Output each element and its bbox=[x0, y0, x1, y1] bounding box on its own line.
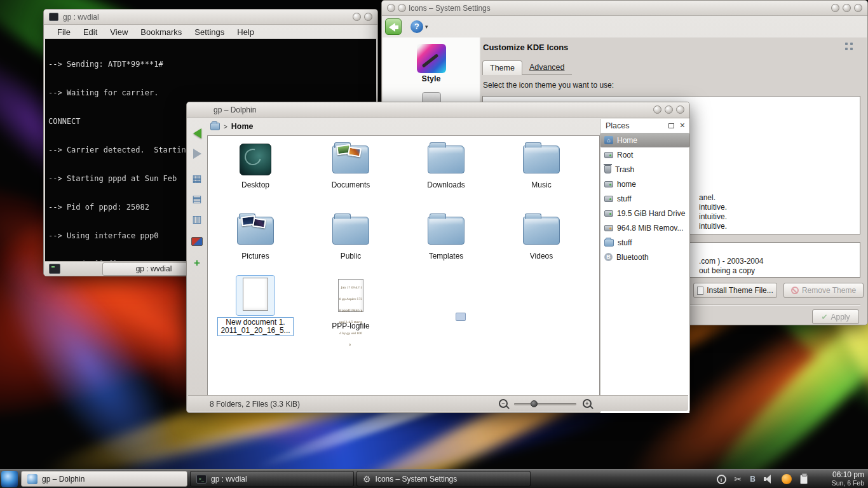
window-title: gp – Dolphin bbox=[214, 105, 256, 114]
drag-ghost-icon bbox=[456, 313, 466, 321]
columns-view-button[interactable]: ▥ bbox=[190, 212, 204, 226]
logfile-page-icon: Jan 17 09:47:18 gp-Aspire-5738 pppd[1946… bbox=[338, 279, 363, 312]
place-home[interactable]: ⌂ Home bbox=[600, 133, 689, 147]
details-view-button[interactable]: ▤ bbox=[190, 191, 204, 205]
theme-list-text: intuitive. bbox=[699, 212, 727, 221]
install-theme-button[interactable]: Install Theme File... bbox=[693, 283, 777, 298]
dolphin-toolbar: ▦ ▤ ▥ + bbox=[187, 119, 207, 395]
drive-icon bbox=[604, 196, 613, 202]
zoom-slider-handle[interactable] bbox=[531, 400, 538, 407]
zoom-slider[interactable] bbox=[514, 403, 576, 405]
dolphin-titlebar[interactable]: gp – Dolphin bbox=[187, 102, 689, 118]
place-hard-drive[interactable]: 19.5 GiB Hard Drive bbox=[600, 206, 689, 220]
menu-file[interactable]: File bbox=[51, 26, 76, 38]
folder-icon bbox=[428, 217, 465, 245]
menu-bookmarks[interactable]: Bookmarks bbox=[135, 26, 187, 38]
sidebar-item-label: Style bbox=[383, 74, 480, 83]
close-button[interactable] bbox=[854, 4, 862, 12]
place-removable[interactable]: 964.8 MiB Remov... bbox=[600, 220, 689, 235]
apply-button[interactable]: ✔ Apply bbox=[812, 309, 859, 324]
close-button[interactable] bbox=[676, 105, 684, 114]
detach-panel-icon[interactable] bbox=[668, 123, 674, 128]
minimize-button[interactable] bbox=[353, 13, 361, 21]
device-notifier-icon[interactable]: i bbox=[717, 475, 726, 484]
clock[interactable]: 06:10 pm Sun, 6 Feb bbox=[832, 471, 864, 487]
folder-item-templates[interactable]: Templates bbox=[408, 212, 484, 261]
tab-advanced[interactable]: Advanced bbox=[522, 60, 572, 75]
thumbnail bbox=[348, 147, 362, 158]
place-trash[interactable]: Trash bbox=[600, 162, 689, 177]
maximize-button[interactable] bbox=[843, 4, 851, 12]
clipboard-icon[interactable] bbox=[800, 475, 808, 484]
folder-item-music[interactable]: Music bbox=[503, 141, 580, 189]
place-stuff[interactable]: stuff bbox=[600, 191, 689, 206]
minimize-button[interactable] bbox=[831, 4, 839, 12]
remove-theme-button[interactable]: Remove Theme bbox=[783, 283, 864, 298]
place-bluetooth[interactable]: B Bluetooth bbox=[600, 250, 689, 264]
document-icon bbox=[697, 287, 703, 295]
terminal-titlebar[interactable]: gp : wvdial bbox=[44, 10, 377, 25]
folder-icon bbox=[332, 217, 369, 245]
home-icon: ⌂ bbox=[604, 136, 613, 144]
columns-view-icon: ▥ bbox=[192, 213, 201, 225]
chevron-down-icon[interactable]: ▾ bbox=[425, 24, 428, 30]
place-stuff-2[interactable]: stuff bbox=[600, 235, 689, 250]
update-notifier-icon[interactable] bbox=[782, 474, 792, 484]
breadcrumb-home[interactable]: Home bbox=[231, 122, 254, 131]
folder-item-downloads[interactable]: Downloads bbox=[408, 141, 484, 189]
maximize-button[interactable] bbox=[665, 105, 673, 114]
folder-item-public[interactable]: Public bbox=[313, 212, 389, 261]
place-home-device[interactable]: home bbox=[600, 177, 689, 191]
file-item-ppp-logfile[interactable]: Jan 17 09:47:18 gp-Aspire-5738 pppd[1946… bbox=[313, 277, 389, 330]
menu-help[interactable]: Help bbox=[231, 26, 260, 38]
minimize-button[interactable] bbox=[653, 105, 661, 114]
file-item-new-document[interactable]: New document 1.2011_01_20_16_5... bbox=[217, 277, 294, 336]
close-icon[interactable]: × bbox=[680, 120, 685, 130]
volume-icon[interactable] bbox=[764, 475, 773, 484]
split-view-button[interactable]: + bbox=[190, 256, 204, 270]
places-header: Places bbox=[606, 121, 630, 130]
tab-theme[interactable]: Theme bbox=[482, 60, 522, 75]
zoom-out-icon[interactable]: − bbox=[499, 399, 508, 408]
window-title: gp : wvdial bbox=[63, 13, 99, 22]
sidebar-item-style[interactable]: Style bbox=[383, 44, 480, 83]
file-view[interactable]: Desktop Documents Downloads Music bbox=[207, 135, 600, 396]
klipper-scissors-icon[interactable]: ✂ bbox=[735, 474, 742, 484]
place-root[interactable]: Root bbox=[600, 147, 689, 162]
menu-view[interactable]: View bbox=[104, 26, 133, 38]
dolphin-statusbar: 8 Folders, 2 Files (3.3 KiB) − + bbox=[188, 395, 688, 411]
status-text: 8 Folders, 2 Files (3.3 KiB) bbox=[210, 400, 300, 409]
selection-highlight bbox=[236, 275, 275, 316]
keep-above-button[interactable] bbox=[398, 4, 406, 12]
folder-item-pictures[interactable]: Pictures bbox=[217, 212, 294, 261]
task-dolphin[interactable]: gp – Dolphin bbox=[21, 471, 187, 487]
zoom-in-icon[interactable]: + bbox=[583, 399, 592, 408]
folder-item-videos[interactable]: Videos bbox=[503, 212, 580, 261]
zoom-control: − + bbox=[499, 398, 595, 409]
new-tab-icon[interactable] bbox=[49, 264, 60, 274]
bluetooth-tray-icon[interactable]: B bbox=[750, 475, 756, 484]
folder-item-desktop[interactable]: Desktop bbox=[217, 141, 294, 189]
forward-button[interactable] bbox=[190, 147, 204, 161]
icons-view-button[interactable]: ▦ bbox=[190, 171, 204, 185]
menu-edit[interactable]: Edit bbox=[78, 26, 103, 38]
taskbar: gp – Dolphin >_ gp : wvdial ⚙ Icons – Sy… bbox=[0, 469, 868, 488]
details-view-icon: ▤ bbox=[192, 193, 201, 205]
help-icon[interactable]: ? bbox=[410, 20, 423, 33]
folder-icon[interactable] bbox=[210, 123, 220, 130]
task-wvdial[interactable]: >_ gp : wvdial bbox=[190, 471, 354, 487]
back-button[interactable] bbox=[385, 18, 402, 35]
folder-item-documents[interactable]: Documents bbox=[313, 141, 389, 189]
window-menu-button[interactable] bbox=[387, 4, 395, 12]
back-button[interactable] bbox=[190, 126, 204, 140]
task-system-settings[interactable]: ⚙ Icons – System Settings bbox=[356, 471, 531, 487]
dolphin-icon bbox=[27, 474, 37, 484]
menu-settings[interactable]: Settings bbox=[189, 26, 230, 38]
theme-select-label: Select the icon theme you want to use: bbox=[483, 81, 614, 90]
settings-titlebar[interactable]: Icons – System Settings bbox=[382, 1, 867, 16]
preview-button[interactable] bbox=[190, 234, 204, 248]
desktop-folder-icon bbox=[240, 144, 271, 175]
close-button[interactable] bbox=[364, 13, 372, 21]
overview-grid-icon[interactable] bbox=[844, 41, 854, 51]
app-launcher-icon[interactable] bbox=[1, 471, 18, 487]
